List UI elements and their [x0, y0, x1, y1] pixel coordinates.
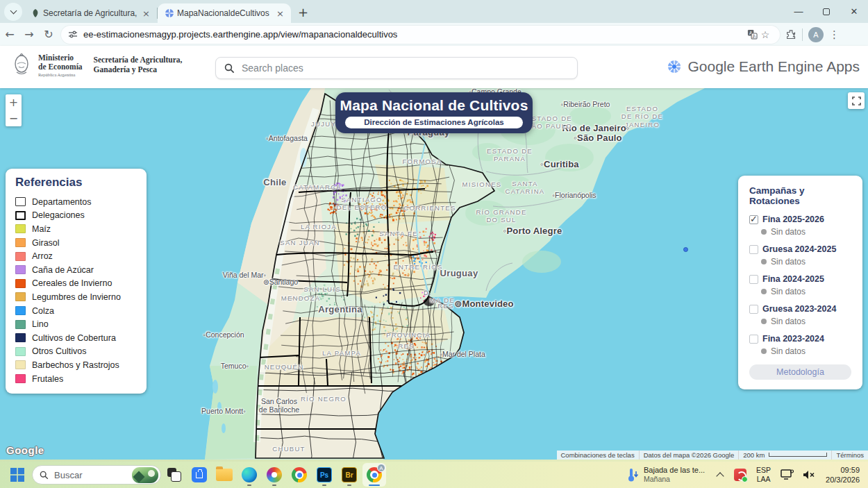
url-text: ee-estimacionesmagyp.projects.earthengin… — [83, 29, 747, 40]
sin-datos-dot-icon — [761, 229, 767, 235]
chrome-icon — [292, 467, 307, 482]
back-button[interactable]: ← — [0, 28, 19, 41]
legend-item: Cereales de Invierno — [15, 277, 137, 291]
keyboard-shortcuts-link[interactable]: Combinaciones de teclas — [557, 451, 639, 460]
sin-datos-label: Sin datos — [771, 257, 806, 267]
campaign-checkbox[interactable] — [749, 275, 758, 284]
extensions-puzzle-icon[interactable] — [785, 29, 796, 40]
gee-brand: Google Earth Engine Apps — [667, 58, 860, 75]
campaign-checkbox[interactable] — [749, 305, 758, 314]
sin-datos-dot-icon — [761, 348, 767, 354]
task-view-button[interactable] — [162, 463, 186, 487]
bridge-button[interactable]: Br — [337, 463, 361, 487]
tab-mapa-nacional[interactable]: MapaNacionaldeCultivos × — [158, 3, 291, 23]
campaign-label: Gruesa 2024-2025 — [762, 244, 836, 254]
legend-item: Barbechos y Rastrojos — [15, 358, 137, 372]
campaign-checkbox[interactable] — [749, 335, 758, 344]
language-indicator[interactable]: ESP LAA — [756, 466, 771, 484]
profile-avatar[interactable]: A — [808, 27, 824, 42]
microsoft-store-button[interactable] — [187, 463, 211, 487]
tab-title: Secretaría de Agricultura, Gana — [43, 8, 137, 18]
fullscreen-button[interactable] — [848, 92, 865, 109]
legend-swatch — [15, 211, 26, 220]
chrome-active-button[interactable]: A — [362, 463, 386, 487]
browser-tab-strip: Secretaría de Agricultura, Gana × MapaNa… — [0, 0, 868, 23]
lang-line1: ESP — [756, 466, 771, 475]
forward-button[interactable]: → — [19, 28, 39, 41]
translate-icon[interactable]: Aあ — [747, 29, 758, 40]
sin-datos-dot-icon — [761, 319, 767, 324]
legend-item: Lino — [15, 317, 137, 331]
gov-logo: Ministerio de Economía República Argenti… — [11, 53, 182, 78]
reload-button[interactable]: ↻ — [39, 28, 58, 41]
tray-overflow-chevron-icon[interactable] — [716, 472, 724, 480]
running-indicator — [347, 485, 351, 487]
campaign-checkbox[interactable] — [749, 245, 758, 254]
url-field[interactable]: ee-estimacionesmagyp.projects.earthengin… — [61, 26, 780, 44]
zoom-in-button[interactable]: + — [6, 94, 22, 110]
clock[interactable]: 09:59 20/3/2026 — [826, 465, 860, 485]
legend-label: Caña de Azúcar — [32, 265, 94, 275]
thermometer-icon — [627, 467, 640, 482]
sin-datos-label: Sin datos — [771, 287, 806, 296]
store-icon — [192, 467, 207, 482]
chrome-button[interactable] — [287, 463, 311, 487]
search-highlight-image[interactable] — [132, 467, 158, 483]
zoom-out-button[interactable]: − — [6, 110, 22, 126]
weather-widget[interactable]: Bajada de las te... Mañana — [627, 466, 705, 484]
legend-swatch — [15, 197, 26, 206]
legend-label: Delegaciones — [32, 210, 85, 220]
legend-label: Colza — [32, 306, 54, 316]
legend-swatch — [15, 279, 26, 288]
map-canvas[interactable]: ◦Campo Grande◦Ribeirão PretoESTADO DE RÍ… — [0, 88, 868, 460]
running-indicator — [322, 485, 326, 487]
folder-icon — [216, 469, 233, 481]
search-places-input[interactable]: Search places — [215, 57, 578, 79]
legend-label: Lino — [32, 319, 49, 329]
tab-close-icon[interactable]: × — [274, 8, 287, 19]
task-view-icon — [167, 468, 181, 482]
google-watermark: Google — [6, 444, 44, 456]
campaigns-panel: Campañas y Rotaciones Fina 2025-2026 Sin… — [738, 176, 862, 389]
metodologia-button[interactable]: Metodología — [749, 364, 851, 380]
taskbar-search-placeholder: Buscar — [54, 470, 132, 480]
legend-swatch — [15, 306, 26, 315]
restore-button[interactable] — [812, 0, 840, 23]
taskbar-search-input[interactable]: Buscar — [32, 465, 161, 485]
bridge-icon: Br — [342, 467, 357, 482]
photoshop-button[interactable]: Ps — [312, 463, 336, 487]
tab-close-icon[interactable]: × — [140, 8, 153, 19]
photos-button[interactable] — [262, 463, 286, 487]
network-icon — [781, 469, 794, 480]
file-explorer-button[interactable] — [212, 463, 236, 487]
minimize-button[interactable]: — — [785, 0, 812, 23]
volume-button[interactable] — [803, 469, 816, 480]
gee-brand-text: Google Earth Engine Apps — [687, 58, 860, 75]
legend-label: Cereales de Invierno — [32, 278, 112, 288]
search-icon — [224, 63, 235, 74]
campaign-sub: Sin datos — [761, 317, 851, 326]
terms-link[interactable]: Términos — [831, 451, 868, 460]
browser-menu-icon[interactable]: ⋮ — [829, 28, 840, 41]
campaign-checkbox[interactable] — [749, 215, 758, 224]
sin-datos-dot-icon — [761, 289, 767, 294]
campaign-item: Fina 2025-2026 Sin datos — [749, 214, 851, 237]
ministry-sub: República Argentina — [38, 72, 83, 77]
edge-button[interactable] — [237, 463, 261, 487]
bookmark-star-icon[interactable]: ☆ — [758, 29, 773, 40]
tray-app-icon[interactable] — [734, 469, 746, 481]
new-tab-button[interactable]: + — [298, 5, 308, 19]
sin-datos-label: Sin datos — [771, 346, 806, 356]
legend-swatch — [15, 252, 26, 261]
start-button[interactable] — [10, 467, 25, 482]
legend-label: Barbechos y Rastrojos — [32, 360, 119, 370]
close-button[interactable]: ✕ — [840, 0, 868, 23]
tab-secretaria[interactable]: Secretaría de Agricultura, Gana × — [24, 3, 157, 23]
profile-badge: A — [377, 464, 385, 472]
network-button[interactable] — [781, 469, 794, 480]
ministry-name: Ministerio de Economía República Argenti… — [38, 53, 83, 77]
map-copyright: Datos del mapa ©2026 Google — [639, 451, 739, 460]
tab-search-button[interactable] — [4, 3, 22, 21]
secretariat-line1: Secretaría de Agricultura, — [94, 56, 183, 65]
legend-item: Colza — [15, 304, 137, 318]
